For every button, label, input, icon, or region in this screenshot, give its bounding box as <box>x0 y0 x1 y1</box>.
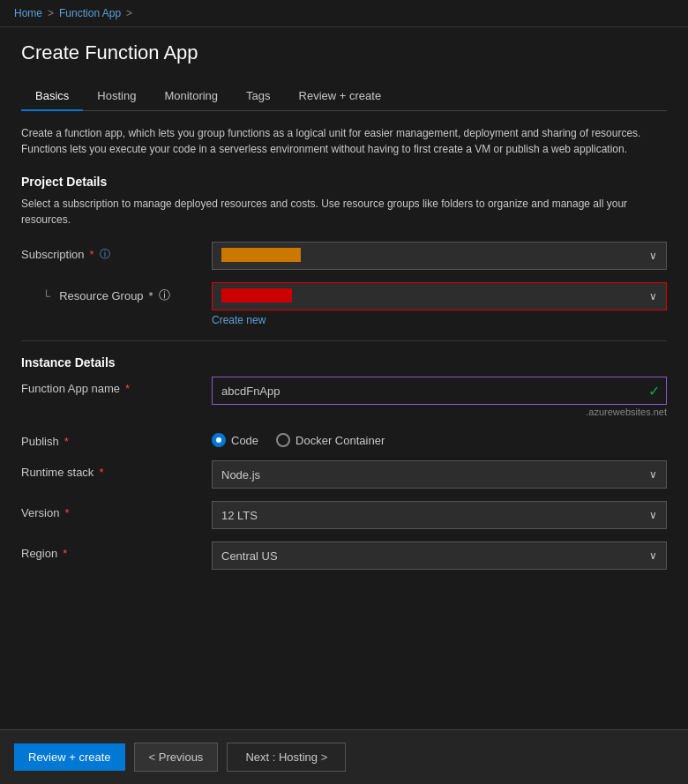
publish-label: Publish * <box>21 429 198 448</box>
subscription-label: Subscription * ⓘ <box>21 242 198 262</box>
resource-group-control: ∨ Create new <box>212 282 667 326</box>
instance-details-title: Instance Details <box>21 355 667 370</box>
runtime-stack-label: Runtime stack * <box>21 460 198 479</box>
publish-code-radio[interactable] <box>212 433 226 447</box>
version-label: Version * <box>21 501 198 519</box>
region-control: Central US ∨ <box>212 541 667 570</box>
subscription-control: ∨ <box>212 242 667 270</box>
runtime-stack-chevron-icon: ∨ <box>649 468 657 481</box>
top-bar: Home > Function App > <box>0 0 688 27</box>
subscription-dropdown[interactable]: ∨ <box>212 242 667 270</box>
subscription-chevron-icon: ∨ <box>649 250 657 262</box>
region-dropdown[interactable]: Central US ∨ <box>212 541 667 570</box>
publish-required: * <box>64 435 69 448</box>
breadcrumb-function-app[interactable]: Function App <box>59 7 121 19</box>
project-details-title: Project Details <box>21 175 667 189</box>
project-details-section: Project Details Select a subscription to… <box>21 175 667 326</box>
publish-control: Code Docker Container <box>212 429 667 447</box>
publish-code-label: Code <box>231 434 258 447</box>
breadcrumb-home[interactable]: Home <box>14 7 42 19</box>
region-required: * <box>63 547 67 560</box>
main-content: Create Function App Basics Hosting Monit… <box>0 27 688 729</box>
breadcrumb-sep1: > <box>48 7 54 19</box>
footer: Review + create < Previous Next : Hostin… <box>0 729 688 784</box>
resource-group-required: * <box>149 289 153 302</box>
function-app-name-required: * <box>125 382 130 395</box>
region-label: Region * <box>21 541 198 560</box>
publish-row: Publish * Code Docker Container <box>21 429 667 448</box>
version-required: * <box>64 506 69 519</box>
subscription-required: * <box>90 248 94 261</box>
function-app-name-row: Function App name * ✓ .azurewebsites.net <box>21 377 667 417</box>
runtime-stack-dropdown[interactable]: Node.js ∨ <box>212 460 667 489</box>
review-create-button[interactable]: Review + create <box>14 743 125 771</box>
runtime-stack-row: Runtime stack * Node.js ∨ <box>21 460 667 489</box>
function-app-name-input-wrapper: ✓ <box>212 377 667 405</box>
region-chevron-icon: ∨ <box>649 549 657 562</box>
divider-1 <box>21 340 667 341</box>
version-row: Version * 12 LTS ∨ <box>21 501 667 529</box>
resource-group-label: └ Resource Group * ⓘ <box>21 282 198 303</box>
region-row: Region * Central US ∨ <box>21 541 667 570</box>
runtime-stack-control: Node.js ∨ <box>212 460 667 489</box>
publish-docker-label: Docker Container <box>295 434 385 447</box>
publish-docker-radio[interactable] <box>276 433 290 447</box>
runtime-stack-required: * <box>99 466 103 479</box>
resource-group-value <box>221 288 649 305</box>
breadcrumb-sep2: > <box>126 7 132 19</box>
function-app-name-input[interactable] <box>212 377 667 405</box>
publish-docker-option[interactable]: Docker Container <box>276 433 385 447</box>
function-app-name-control: ✓ .azurewebsites.net <box>212 377 667 417</box>
create-new-link[interactable]: Create new <box>212 314 667 326</box>
version-control: 12 LTS ∨ <box>212 501 667 529</box>
tab-monitoring[interactable]: Monitoring <box>150 82 232 111</box>
publish-radio-group: Code Docker Container <box>212 429 667 447</box>
version-value: 12 LTS <box>221 509 649 522</box>
project-details-desc: Select a subscription to manage deployed… <box>21 196 667 228</box>
region-value: Central US <box>221 549 649 563</box>
version-chevron-icon: ∨ <box>649 509 657 521</box>
instance-details-section: Instance Details Function App name * ✓ .… <box>21 355 667 570</box>
previous-button[interactable]: < Previous <box>134 743 219 772</box>
function-app-name-label: Function App name * <box>21 377 198 395</box>
publish-code-option[interactable]: Code <box>212 433 258 447</box>
tab-tags[interactable]: Tags <box>232 82 284 111</box>
resource-group-chevron-icon: ∨ <box>649 290 657 302</box>
resource-group-info-icon[interactable]: ⓘ <box>159 287 170 303</box>
tab-basics[interactable]: Basics <box>21 82 83 111</box>
tab-hosting[interactable]: Hosting <box>83 82 150 111</box>
tab-review-create[interactable]: Review + create <box>285 82 396 111</box>
page-title: Create Function App <box>21 41 667 64</box>
resource-group-dropdown[interactable]: ∨ <box>212 282 667 310</box>
breadcrumb: Home > Function App > <box>14 7 132 19</box>
tabs-container: Basics Hosting Monitoring Tags Review + … <box>21 82 667 111</box>
subscription-info-icon[interactable]: ⓘ <box>100 247 110 262</box>
subscription-row: Subscription * ⓘ ∨ <box>21 242 667 270</box>
domain-suffix: .azurewebsites.net <box>212 407 667 417</box>
next-hosting-button[interactable]: Next : Hosting > <box>227 743 346 772</box>
resource-group-row: └ Resource Group * ⓘ ∨ Create new <box>21 282 667 326</box>
runtime-stack-value: Node.js <box>221 468 649 482</box>
subscription-value <box>221 248 649 265</box>
page-description: Create a function app, which lets you gr… <box>21 125 667 157</box>
function-app-name-check-icon: ✓ <box>648 383 660 399</box>
version-dropdown[interactable]: 12 LTS ∨ <box>212 501 667 529</box>
